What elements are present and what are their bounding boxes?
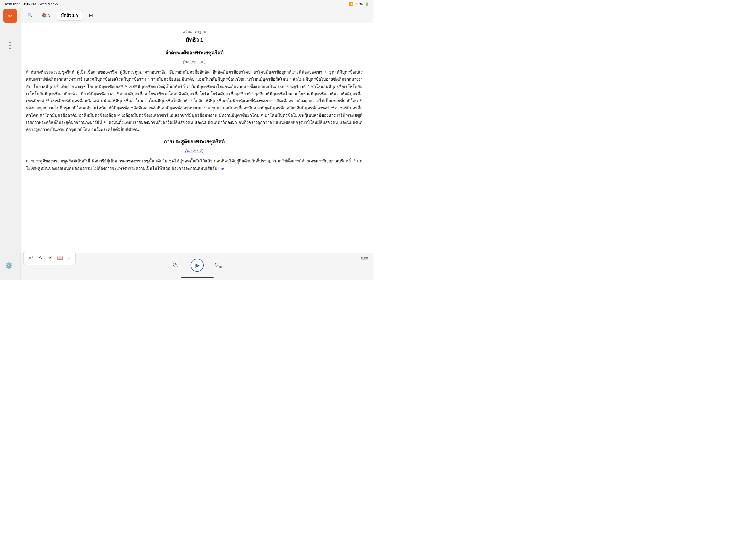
settings-button[interactable]: ⚙️ [3,260,15,272]
reading-mode-icon: 📖 [57,255,63,261]
settings-icon: ⚙️ [5,262,12,269]
grid-button[interactable]: ⊞ [86,11,96,20]
chapter-label: มัทธิว 1 [61,12,75,19]
chevron-down-icon: ∨ [48,13,51,18]
theme-button[interactable]: ☀ [46,254,54,262]
main-content: ฉบับมาตรฐาน มัทธิว 1 ลำดับพงศ์ของพระเยซู… [21,23,374,253]
font-decrease-icon: A- [39,255,43,261]
edition-label: ฉบับมาตรฐาน [26,28,363,34]
skip-forward-button[interactable]: ↻10 [212,260,223,271]
skip-back-icon: ↺10 [172,261,180,269]
sidebar: tbs [0,8,21,280]
chapter-selector[interactable]: มัทธิว 1 ∨ [57,10,83,21]
section1-reference: (ลก.3:23-38) [26,59,363,65]
status-right: 📶 58% 🔋 [349,2,369,6]
chapter-header: ฉบับมาตรฐาน มัทธิว 1 [26,28,363,44]
font-decrease-button[interactable]: A- [36,254,45,262]
sidebar-dot-2 [9,45,11,46]
wifi-icon: 📶 [349,2,353,6]
toolbar: 🔍 📚 ∨ มัทธิว 1 ∨ ⊞ [21,8,374,23]
app-logo[interactable]: tbs [3,9,17,23]
player-time: 0:00 [361,256,368,260]
home-indicator [21,275,374,280]
section2-text: การประสูติของพระเยซูคริสต์เป็นดังนี้ คือ… [26,157,363,172]
sidebar-dot-3 [9,48,11,49]
bottom-left-toolbar: A+ A- ☀ 📖 ≡ [23,251,76,265]
font-increase-button[interactable]: A+ [26,253,36,262]
list-view-icon: ≡ [68,255,71,261]
list-view-button[interactable]: ≡ [66,254,73,262]
grid-icon: ⊞ [89,12,93,18]
sidebar-dot-1 [9,42,11,43]
sidebar-dots [9,42,11,49]
reading-mode-button[interactable]: 📖 [55,254,65,262]
bookmark-button[interactable]: 📚 ∨ [39,11,54,19]
bookmark-icon: 📚 [42,13,47,18]
annotation-dot [222,168,224,170]
search-icon: 🔍 [28,13,33,18]
status-time: 3:06 PM [23,2,36,6]
home-bar [181,277,213,278]
chapter-chevron-icon: ∨ [76,13,79,18]
battery-icon: 🔋 [365,2,369,6]
theme-icon: ☀ [48,255,52,261]
section2-title: การประสูติของพระเยซูคริสต์ [26,137,363,146]
battery-percent: 58% [356,2,363,6]
section1-title: ลำดับพงศ์ของพระเยซูคริสต์ [26,49,363,57]
app-name: TestFlight [4,2,20,6]
section2-reference: (ลก.2:1-7) [26,148,363,154]
section1-text: ลำดับพงศ์ของพระเยซูคริสต์ ผู้เป็นเชื้อสา… [26,69,363,133]
status-left: TestFlight 3:06 PM Wed Mar 27 [4,2,59,6]
status-bar: TestFlight 3:06 PM Wed Mar 27 📶 58% 🔋 [0,0,374,8]
search-button[interactable]: 🔍 [25,11,35,19]
chapter-title: มัทธิว 1 [26,35,363,44]
status-date: Wed Mar 27 [40,2,59,6]
play-icon: ▶ [196,262,200,269]
skip-forward-icon: ↻10 [214,261,222,269]
play-button[interactable]: ▶ [190,259,204,272]
skip-back-button[interactable]: ↺10 [171,260,182,271]
font-increase-icon: A+ [28,255,34,261]
